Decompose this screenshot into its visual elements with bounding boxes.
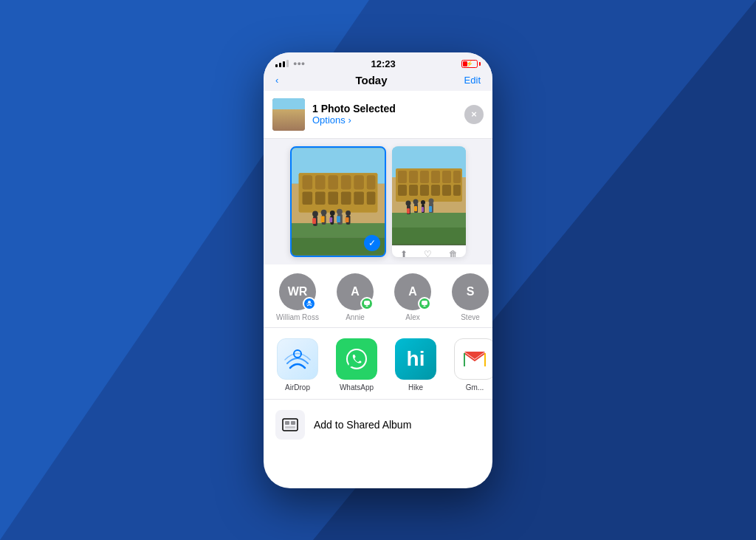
signal-bar-1: [275, 64, 278, 67]
messages-badge-icon-2: [421, 300, 428, 307]
battery-tip: [479, 62, 481, 66]
svg-rect-43: [409, 185, 418, 196]
contact-name-a2: Alex: [405, 313, 419, 321]
share-title: 1 Photo Selected: [312, 103, 464, 115]
svg-rect-5: [315, 175, 326, 189]
messages-badge-icon-1: [363, 300, 371, 307]
action-icon-shared-album: [275, 410, 305, 440]
app-icon-hike: hi: [395, 338, 436, 380]
contact-avatar-a1: A: [337, 273, 374, 310]
battery-bolt-icon: ⚡: [466, 61, 473, 67]
app-label-gmail: Gm...: [466, 383, 484, 392]
svg-rect-59: [414, 206, 417, 211]
contact-item-s[interactable]: S Steve: [448, 273, 492, 321]
svg-point-24: [337, 208, 343, 214]
trash-icon[interactable]: 🗑: [449, 249, 458, 257]
nav-edit-button[interactable]: Edit: [464, 75, 481, 86]
svg-rect-10: [303, 191, 313, 204]
svg-rect-70: [291, 421, 295, 425]
svg-rect-49: [392, 228, 466, 244]
share-header: 1 Photo Selected Options › ×: [264, 91, 492, 139]
app-label-hike: Hike: [408, 383, 423, 392]
heart-icon[interactable]: ♡: [424, 249, 432, 257]
svg-rect-64: [422, 301, 427, 305]
svg-point-51: [406, 200, 411, 205]
svg-rect-15: [367, 191, 376, 204]
photo-toolbar: ⬆ ♡ 🗑: [392, 245, 466, 257]
app-item-whatsapp[interactable]: WhatsApp: [333, 338, 380, 392]
svg-point-20: [321, 209, 327, 215]
airdrop-badge-icon: [306, 300, 313, 307]
svg-rect-37: [409, 171, 418, 183]
svg-point-26: [346, 211, 351, 216]
svg-rect-46: [442, 185, 451, 196]
signal-bar-2: [279, 63, 281, 67]
svg-rect-47: [453, 185, 461, 196]
svg-rect-27: [312, 218, 316, 224]
share-thumbnail: [272, 98, 305, 131]
contact-badge-airdrop: [303, 297, 316, 310]
svg-rect-36: [398, 171, 407, 183]
contact-name-s: Steve: [461, 313, 480, 321]
contacts-row: WR William Ross A: [264, 264, 492, 328]
secondary-photo-image: [392, 146, 466, 245]
gmail-app-icon: [461, 346, 488, 372]
contact-badge-messages-2: [418, 297, 431, 310]
contact-badge-messages-1: [360, 297, 374, 310]
svg-rect-12: [328, 191, 338, 204]
action-label-shared-album: Add to Shared Album: [314, 419, 411, 431]
battery-body: ⚡: [461, 60, 478, 68]
contact-avatar-s: S: [452, 273, 489, 310]
svg-rect-42: [398, 185, 407, 196]
app-icon-whatsapp: [336, 338, 377, 380]
battery-indicator: ⚡: [461, 60, 481, 68]
shared-album-icon: [281, 416, 299, 434]
signal-bar-4: [286, 60, 289, 67]
svg-rect-69: [285, 421, 289, 425]
svg-rect-14: [354, 191, 364, 204]
nav-title: Today: [355, 74, 387, 86]
nav-back-button[interactable]: ‹: [275, 75, 278, 86]
phone-frame: ●●● 12:23 ⚡ ‹ Today Edit 1 Photo Selecte…: [264, 52, 492, 488]
selected-check-badge: ✓: [364, 235, 380, 251]
svg-rect-11: [315, 191, 326, 204]
signal-indicator: ●●●: [275, 60, 305, 67]
colosseum-secondary-image: [392, 146, 466, 245]
contacts-scroll: WR William Ross A: [264, 273, 492, 321]
svg-rect-6: [328, 175, 338, 189]
contact-avatar-wr: WR: [279, 273, 316, 310]
svg-rect-71: [285, 426, 295, 428]
share-close-button[interactable]: ×: [464, 105, 484, 124]
nav-bar: ‹ Today Edit: [264, 72, 492, 91]
svg-rect-68: [283, 419, 298, 431]
svg-rect-61: [429, 206, 432, 212]
svg-point-55: [421, 200, 425, 205]
app-label-whatsapp: WhatsApp: [340, 383, 374, 392]
svg-rect-63: [364, 301, 370, 305]
contact-item-a1[interactable]: A Annie: [333, 273, 377, 321]
photo-secondary[interactable]: ⬆ ♡ 🗑: [392, 146, 466, 257]
svg-rect-60: [422, 207, 424, 212]
svg-point-18: [312, 211, 318, 216]
action-row-shared-album[interactable]: Add to Shared Album: [264, 400, 492, 450]
svg-rect-41: [453, 171, 461, 183]
svg-rect-13: [341, 191, 351, 204]
share-info: 1 Photo Selected Options ›: [312, 103, 464, 126]
thumbnail-image: [272, 98, 305, 131]
share-options-button[interactable]: Options ›: [312, 115, 464, 126]
photo-selected[interactable]: ✓: [290, 146, 386, 257]
svg-point-22: [330, 211, 335, 216]
svg-rect-29: [329, 217, 332, 222]
app-item-airdrop[interactable]: AirDrop: [274, 338, 321, 392]
app-icon-airdrop: [277, 338, 318, 380]
contact-item-wr[interactable]: WR William Ross: [275, 273, 320, 321]
contact-item-a2[interactable]: A Alex: [391, 273, 435, 321]
svg-rect-30: [337, 216, 340, 222]
svg-rect-4: [303, 175, 313, 189]
svg-rect-28: [321, 216, 325, 222]
app-item-hike[interactable]: hi Hike: [392, 338, 439, 392]
share-icon[interactable]: ⬆: [400, 249, 408, 257]
contact-name-wr: William Ross: [276, 313, 319, 321]
apps-scroll: AirDrop WhatsApp hi Hike: [264, 338, 492, 392]
app-item-gmail[interactable]: Gm...: [451, 338, 492, 392]
